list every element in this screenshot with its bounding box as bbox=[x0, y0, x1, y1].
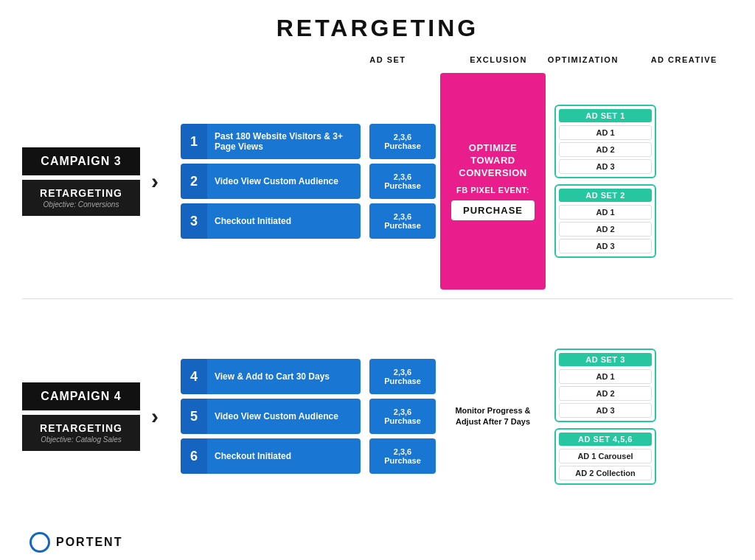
creative-group-adset2: AD SET 2 AD 1 AD 2 AD 3 bbox=[554, 184, 656, 258]
adset3-ad1: AD 1 bbox=[559, 369, 652, 384]
adset-label-6: Checkout Initiated bbox=[207, 438, 361, 474]
arrow-icon: › bbox=[151, 169, 159, 194]
column-headers: AD SET EXCLUSION OPTIMIZATION AD CREATIV… bbox=[22, 55, 733, 64]
adset-row-6: 6 Checkout Initiated 2,3,6Purchase bbox=[181, 438, 436, 474]
adset-label-5: Video View Custom Audience bbox=[207, 399, 361, 434]
adset1-ad1: AD 1 bbox=[559, 125, 652, 140]
adset3-header: AD SET 3 bbox=[559, 353, 652, 366]
exclusion-5: 2,3,6Purchase bbox=[369, 399, 436, 434]
adset456-header: AD SET 4,5,6 bbox=[559, 433, 652, 446]
campaign3-adsets-exclusion: 1 Past 180 Website Visitors & 3+ Page Vi… bbox=[181, 70, 436, 293]
campaign4-adsets-exclusion: 4 View & Add to Cart 30 Days 2,3,6Purcha… bbox=[181, 305, 436, 528]
opt-monitor-text: Monitor Progress &Adjust After 7 Days bbox=[450, 405, 535, 428]
campaign4-section: CAMPAIGN 4 RETARGETING Objective: Catalo… bbox=[22, 305, 733, 528]
campaign4-info: CAMPAIGN 4 RETARGETING Objective: Catalo… bbox=[22, 382, 140, 451]
campaign3-creative: AD SET 1 AD 1 AD 2 AD 3 AD SET 2 AD 1 AD… bbox=[550, 70, 661, 293]
adset3-ad2: AD 2 bbox=[559, 386, 652, 401]
opt-pixel-label: FB PIXEL EVENT: bbox=[456, 186, 529, 195]
campaign3-subtitle-box: RETARGETING Objective: Conversions bbox=[22, 180, 140, 216]
campaign4-objective: Objective: Catalog Sales bbox=[41, 435, 122, 444]
exclusion-3: 2,3,6Purchase bbox=[369, 203, 436, 239]
campaign3-title: CAMPAIGN 3 bbox=[22, 147, 140, 175]
adset-number-4: 4 bbox=[181, 359, 207, 394]
adset-col-header: AD SET bbox=[310, 55, 466, 64]
campaign3-arrow: › bbox=[140, 169, 170, 194]
adset3-ad3: AD 3 bbox=[559, 403, 652, 418]
campaign4-retargeting: RETARGETING bbox=[40, 422, 122, 434]
adset-row-5: 5 Video View Custom Audience 2,3,6Purcha… bbox=[181, 399, 436, 434]
adset1-ad2: AD 2 bbox=[559, 142, 652, 157]
adset-row-4: 4 View & Add to Cart 30 Days 2,3,6Purcha… bbox=[181, 359, 436, 394]
adset-number-6: 6 bbox=[181, 438, 207, 474]
campaign4-title: CAMPAIGN 4 bbox=[22, 382, 140, 410]
adset-row-3: 3 Checkout Initiated 2,3,6Purchase bbox=[181, 203, 436, 239]
portent-logo-icon bbox=[29, 532, 50, 553]
campaign3-section: CAMPAIGN 3 RETARGETING Objective: Conver… bbox=[22, 70, 733, 293]
adset1-header: AD SET 1 bbox=[559, 109, 652, 122]
campaign4-optimization: Monitor Progress &Adjust After 7 Days bbox=[436, 305, 550, 528]
campaign4-arrow: › bbox=[140, 404, 170, 429]
campaign3-optimization: OPTIMIZE TOWARD CONVERSION FB PIXEL EVEN… bbox=[436, 70, 550, 293]
creative-col-header: AD CREATIVE bbox=[636, 55, 733, 64]
exclusion-2: 2,3,6Purchase bbox=[369, 164, 436, 199]
adset-label-2: Video View Custom Audience bbox=[207, 164, 361, 199]
creative-group-adset1: AD SET 1 AD 1 AD 2 AD 3 bbox=[554, 105, 656, 178]
optimization-col-header: OPTIMIZATION bbox=[531, 55, 635, 64]
adset-row-1: 1 Past 180 Website Visitors & 3+ Page Vi… bbox=[181, 124, 436, 159]
page-title: RETARGETING bbox=[22, 15, 733, 42]
adset-label-3: Checkout Initiated bbox=[207, 203, 361, 239]
adset-label-4: View & Add to Cart 30 Days bbox=[207, 359, 361, 394]
campaign3-objective: Objective: Conversions bbox=[44, 200, 119, 209]
adset2-header: AD SET 2 bbox=[559, 189, 652, 202]
adset2-ad3: AD 3 bbox=[559, 239, 652, 253]
adset1-ad3: AD 3 bbox=[559, 159, 652, 174]
creative-group-adset456: AD SET 4,5,6 AD 1 Carousel AD 2 Collecti… bbox=[554, 428, 656, 485]
exclusion-1: 2,3,6Purchase bbox=[369, 124, 436, 159]
campaign4-left: CAMPAIGN 4 RETARGETING Objective: Catalo… bbox=[22, 305, 181, 528]
adset2-ad2: AD 2 bbox=[559, 222, 652, 237]
adset-number-3: 3 bbox=[181, 203, 207, 239]
campaign3-info: CAMPAIGN 3 RETARGETING Objective: Conver… bbox=[22, 147, 140, 216]
logo-area: PORTENT bbox=[22, 528, 733, 553]
opt-purchase-box: PURCHASE bbox=[451, 200, 535, 220]
campaign4-creative: AD SET 3 AD 1 AD 2 AD 3 AD SET 4,5,6 AD … bbox=[550, 305, 661, 528]
campaign4-subtitle-box: RETARGETING Objective: Catalog Sales bbox=[22, 415, 140, 451]
adset-number-5: 5 bbox=[181, 399, 207, 434]
adset-number-2: 2 bbox=[181, 164, 207, 199]
exclusion-6: 2,3,6Purchase bbox=[369, 438, 436, 474]
page: RETARGETING AD SET EXCLUSION OPTIMIZATIO… bbox=[0, 0, 755, 560]
adset-label-1: Past 180 Website Visitors & 3+ Page View… bbox=[207, 124, 361, 159]
section-separator bbox=[22, 298, 733, 299]
adset456-ad1: AD 1 Carousel bbox=[559, 449, 652, 463]
arrow-icon-2: › bbox=[151, 404, 159, 429]
adset456-ad2: AD 2 Collection bbox=[559, 466, 652, 480]
adset-row-2: 2 Video View Custom Audience 2,3,6Purcha… bbox=[181, 164, 436, 199]
campaign3-retargeting: RETARGETING bbox=[40, 187, 122, 199]
portent-logo-text: PORTENT bbox=[56, 536, 122, 549]
adset2-ad1: AD 1 bbox=[559, 205, 652, 220]
adset-number-1: 1 bbox=[181, 124, 207, 159]
creative-group-adset3: AD SET 3 AD 1 AD 2 AD 3 bbox=[554, 349, 656, 422]
opt-title: OPTIMIZE TOWARD CONVERSION bbox=[448, 142, 538, 180]
exclusion-4: 2,3,6Purchase bbox=[369, 359, 436, 394]
exclusion-col-header: EXCLUSION bbox=[466, 55, 531, 64]
campaign3-left: CAMPAIGN 3 RETARGETING Objective: Conver… bbox=[22, 70, 181, 293]
optimization-box-top: OPTIMIZE TOWARD CONVERSION FB PIXEL EVEN… bbox=[440, 73, 546, 290]
sections-wrapper: CAMPAIGN 3 RETARGETING Objective: Conver… bbox=[22, 70, 733, 528]
